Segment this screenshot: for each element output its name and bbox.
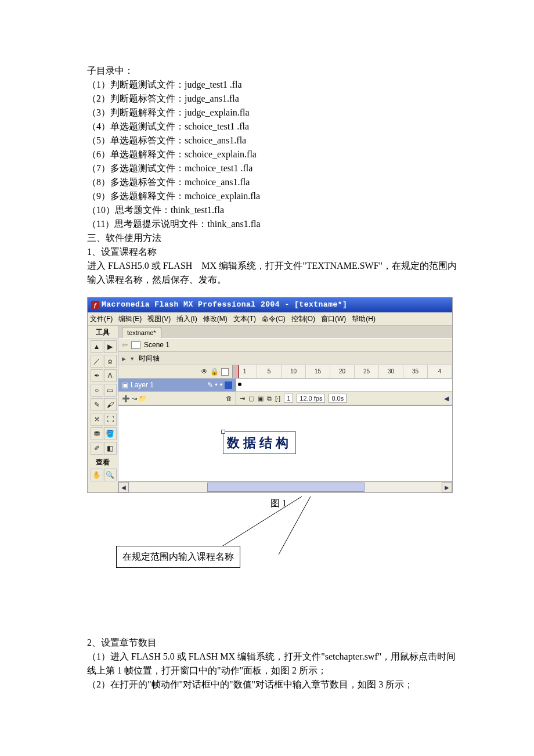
selection-tool-icon[interactable]: ▲ — [91, 340, 103, 353]
add-layer-icon[interactable]: ➕ — [122, 395, 130, 402]
menu-file[interactable]: 文件(F) — [90, 314, 113, 324]
stage[interactable]: 数据结构 — [118, 405, 452, 481]
ruler-mark: 4 — [428, 365, 452, 378]
svg-line-1 — [279, 496, 311, 555]
view-title: 查看 — [96, 457, 110, 467]
file-9: （9）多选题解释文件：mchoice_explain.fla — [87, 189, 459, 203]
scene-name[interactable]: Scene 1 — [144, 340, 169, 350]
pen-tool-icon[interactable]: ✒ — [91, 369, 103, 382]
add-motion-guide-icon[interactable]: ↝ — [132, 395, 137, 402]
layer-pencil-icon: ✎ — [207, 380, 213, 390]
line-tool-icon[interactable]: ／ — [91, 355, 103, 368]
ruler-mark: 25 — [355, 365, 379, 378]
scroll-left-button[interactable]: ◀ — [118, 482, 129, 492]
scene-bar: ⇦ Scene 1 — [118, 338, 452, 352]
figure-1: f Macromedia Flash MX Professional 2004 … — [87, 297, 459, 572]
ruler-mark: 15 — [306, 365, 330, 378]
menu-view[interactable]: 视图(V) — [147, 314, 171, 324]
layer-name[interactable]: Layer 1 — [131, 380, 154, 390]
eraser-tool-icon[interactable]: ◧ — [104, 442, 117, 455]
step1-body: 进入 FLASH5.0 或 FLASH MX 编辑系统，打开文件"TEXTNAM… — [87, 259, 459, 287]
edit-multiple-icon[interactable]: ⧉ — [267, 394, 272, 404]
step2-line1: （1）进入 FLASH 5.0 或 FLASH MX 编辑系统，打开文件"set… — [87, 650, 459, 678]
file-11: （11）思考题提示说明文件：think_ans1.fla — [87, 217, 459, 231]
ruler-mark: 1 — [233, 365, 257, 378]
onion-markers-icon[interactable]: [·] — [275, 394, 280, 404]
onion-outline-icon[interactable]: ▣ — [258, 394, 264, 404]
tab-textname[interactable]: textname* — [122, 327, 161, 339]
text-tool-icon[interactable]: A — [104, 369, 117, 382]
menu-insert[interactable]: 插入(I) — [176, 314, 197, 324]
file-7: （7）多选题测试文件：mchoice_test1 .fla — [87, 161, 459, 175]
doc-text: 子目录中： （1）判断题测试文件：judge_test1 .fla （2）判断题… — [87, 64, 459, 287]
fill-transform-icon[interactable]: ⛶ — [104, 413, 117, 426]
callout-area: 图 1 在规定范围内输入课程名称 — [87, 496, 459, 572]
menu-text[interactable]: 文本(T) — [233, 314, 256, 324]
ruler-mark: 20 — [330, 365, 355, 378]
main-panel: textname* ⇦ Scene 1 ▶ ▼ 时间轴 👁 — [118, 326, 452, 493]
step2-block: 2、设置章节数目 （1）进入 FLASH 5.0 或 FLASH MX 编辑系统… — [87, 636, 459, 692]
zoom-tool-icon[interactable]: 🔍 — [104, 469, 117, 481]
lock-icon[interactable]: 🔒 — [210, 366, 219, 377]
step1-title: 1、设置课程名称 — [87, 245, 459, 259]
layer-row[interactable]: ▣ Layer 1 ✎ • • — [118, 379, 452, 392]
outline-icon[interactable] — [221, 368, 229, 376]
intro-line: 子目录中： — [87, 64, 459, 78]
paintbucket-tool-icon[interactable]: 🪣 — [104, 427, 117, 440]
lasso-tool-icon[interactable]: ᘯ — [104, 355, 117, 368]
document-tabs: textname* — [118, 326, 452, 339]
subselect-tool-icon[interactable]: ▶ — [104, 340, 117, 353]
scroll-left-icon[interactable]: ◀ — [444, 394, 449, 404]
rect-tool-icon[interactable]: ▭ — [104, 384, 117, 397]
eye-icon[interactable]: 👁 — [201, 366, 208, 377]
tools-title: 工具 — [88, 327, 118, 339]
ruler-mark: 35 — [403, 365, 428, 378]
expand-icon: ▼ — [129, 356, 135, 362]
layer-dot-icon: • — [220, 380, 222, 390]
frame-ruler[interactable]: 1 5 10 15 20 25 30 35 4 — [233, 365, 452, 378]
menu-edit[interactable]: 编辑(E) — [118, 314, 142, 324]
layer-color-icon — [225, 381, 232, 389]
brush-tool-icon[interactable]: 🖌 — [104, 398, 117, 411]
hand-tool-icon[interactable]: ✋ — [91, 469, 103, 481]
file-3: （3）判断题解释文件：judge_explain.fla — [87, 106, 459, 120]
frames-track[interactable] — [236, 379, 452, 391]
scroll-thumb[interactable] — [207, 483, 365, 492]
menu-window[interactable]: 窗口(W) — [321, 314, 346, 324]
menu-command[interactable]: 命令(C) — [262, 314, 286, 324]
tools-panel: 工具 ▲ ▶ ／ ᘯ ✒ A ○ ▭ ✎ 🖌 ⤧ ⛶ ⛃ — [88, 326, 118, 493]
free-transform-icon[interactable]: ⤧ — [91, 413, 103, 426]
horizontal-scrollbar[interactable]: ◀ ▶ — [118, 481, 452, 492]
scroll-right-button[interactable]: ▶ — [442, 482, 452, 492]
pencil-tool-icon[interactable]: ✎ — [91, 398, 103, 411]
timeline-title: 时间轴 — [139, 354, 160, 362]
menu-control[interactable]: 控制(O) — [291, 314, 315, 324]
add-folder-icon[interactable]: 📁 — [139, 395, 147, 402]
file-6: （6）单选题解释文件：schoice_explain.fla — [87, 147, 459, 161]
scroll-track[interactable] — [129, 483, 441, 492]
menu-modify[interactable]: 修改(M) — [203, 314, 228, 324]
layer-controls: ➕ ↝ 📁 🗑 ⇥ ▢ ▣ ⧉ [·] 1 — [118, 392, 452, 405]
inkbottle-tool-icon[interactable]: ⛃ — [91, 427, 103, 440]
scene-icon — [131, 341, 140, 349]
current-frame: 1 — [284, 394, 293, 403]
oval-tool-icon[interactable]: ○ — [91, 384, 103, 397]
collapse-icon[interactable]: ▶ — [122, 356, 126, 362]
step2-line2: （2）在打开的"帧动作"对话框中的"数值"对话框中输入章节数目，如图 3 所示； — [87, 678, 459, 692]
center-frame-icon[interactable]: ⇥ — [240, 394, 245, 404]
delete-layer-icon[interactable]: 🗑 — [226, 394, 232, 404]
time-display: 0.0s — [329, 394, 347, 403]
callout-label: 在规定范围内输入课程名称 — [116, 546, 240, 568]
titlebar: f Macromedia Flash MX Professional 2004 … — [88, 297, 452, 312]
timeline-header[interactable]: ▶ ▼ 时间轴 — [118, 352, 452, 365]
keyframe-icon[interactable] — [238, 383, 241, 386]
file-1: （1）判断题测试文件：judge_test1 .fla — [87, 78, 459, 92]
app-icon: f — [91, 301, 99, 309]
eyedropper-tool-icon[interactable]: ✐ — [91, 442, 103, 455]
back-arrow-icon[interactable]: ⇦ — [122, 340, 128, 350]
file-5: （5）单选题标答文件：schoice_ans1.fla — [87, 134, 459, 147]
menu-help[interactable]: 帮助(H) — [352, 314, 376, 324]
fps-display: 12.0 fps — [297, 394, 325, 403]
onion-skin-icon[interactable]: ▢ — [248, 394, 254, 404]
stage-text-box[interactable]: 数据结构 — [223, 431, 296, 454]
